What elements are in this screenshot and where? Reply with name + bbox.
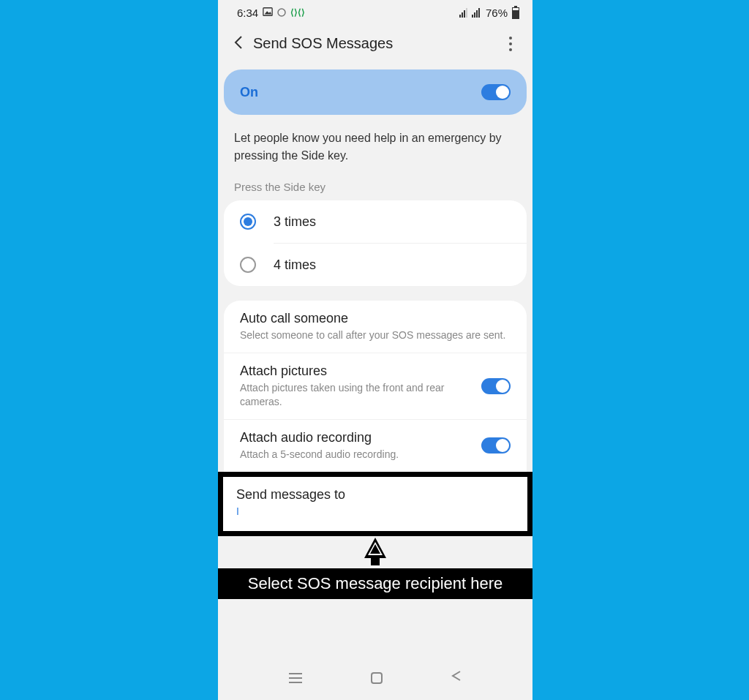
radio-label: 4 times [274, 257, 316, 273]
nav-recent-button[interactable] [289, 673, 302, 683]
radio-button-unselected [240, 257, 256, 273]
radio-label: 3 times [274, 214, 316, 230]
send-to-option[interactable]: Send messages to I [236, 487, 514, 519]
attach-audio-toggle[interactable] [481, 437, 511, 454]
radio-3-times[interactable]: 3 times [224, 200, 527, 243]
image-icon [263, 7, 273, 19]
main-toggle-banner[interactable]: On [224, 69, 527, 115]
option-subtitle: I [236, 505, 514, 519]
more-button[interactable] [502, 37, 519, 51]
arrow-container [218, 536, 532, 568]
status-bar: 6:34 ⟨⟩⟨⟩ 76% [218, 0, 532, 22]
option-title: Auto call someone [240, 311, 511, 326]
option-title: Attach audio recording [240, 430, 473, 445]
status-time: 6:34 [237, 7, 258, 19]
settings-card: Auto call someone Select someone to call… [224, 301, 527, 472]
main-toggle-switch[interactable] [481, 84, 511, 100]
network-icon: ⟨⟩⟨⟩ [290, 7, 305, 18]
svg-point-2 [278, 9, 285, 16]
header: Send SOS Messages [218, 22, 532, 69]
main-toggle-label: On [240, 85, 258, 100]
nav-bar [218, 660, 532, 696]
radio-button-selected [240, 214, 256, 230]
option-title: Send messages to [236, 487, 514, 503]
phone-screen: 6:34 ⟨⟩⟨⟩ 76% [218, 0, 532, 700]
nav-home-button[interactable] [371, 672, 383, 684]
battery-label: 76% [486, 7, 508, 19]
callout-label: Select SOS message recipient here [218, 568, 532, 599]
option-title: Attach pictures [240, 364, 473, 379]
radio-4-times[interactable]: 4 times [224, 244, 527, 286]
signal-icon-1 [459, 8, 467, 18]
attach-pictures-toggle[interactable] [481, 378, 511, 394]
attach-audio-option[interactable]: Attach audio recording Attach a 5-second… [224, 420, 527, 472]
page-title: Send SOS Messages [253, 35, 502, 52]
battery-icon [512, 6, 519, 19]
option-subtitle: Attach pictures taken using the front an… [240, 381, 473, 409]
circle-icon [277, 7, 286, 19]
status-right: 76% [459, 6, 519, 19]
option-subtitle: Attach a 5-second audio recording. [240, 448, 473, 462]
attach-pictures-option[interactable]: Attach pictures Attach pictures taken us… [224, 353, 527, 420]
status-left: 6:34 ⟨⟩⟨⟩ [237, 7, 305, 19]
description-text: Let people know you need help in an emer… [218, 115, 532, 165]
signal-icon-2 [472, 8, 480, 18]
option-subtitle: Select someone to call after your SOS me… [240, 328, 511, 342]
send-to-highlight: Send messages to I [218, 472, 532, 537]
press-section-label: Press the Side key [218, 165, 532, 200]
svg-marker-1 [265, 11, 272, 14]
nav-back-button[interactable] [451, 670, 462, 685]
back-button[interactable] [228, 29, 249, 58]
auto-call-option[interactable]: Auto call someone Select someone to call… [224, 301, 527, 353]
press-options-card: 3 times 4 times [224, 200, 527, 286]
arrow-up-icon [361, 536, 390, 568]
